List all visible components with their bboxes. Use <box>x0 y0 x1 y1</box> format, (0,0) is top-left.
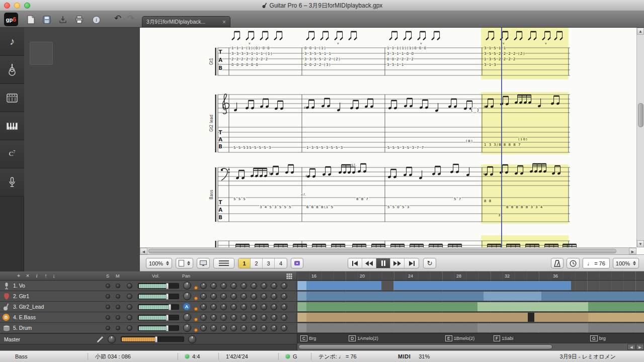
print-button[interactable] <box>72 14 86 26</box>
sidebar-item-amp-tool[interactable] <box>0 84 24 112</box>
view-preset-1[interactable]: 1 <box>238 258 251 268</box>
move-track-down-icon[interactable]: ↓ <box>50 273 57 279</box>
vertical-scrollbar[interactable]: ▲ ▼ <box>636 28 644 247</box>
metronome-button[interactable] <box>551 258 564 268</box>
volume-handle[interactable] <box>166 294 169 300</box>
effect-knob[interactable] <box>240 304 247 310</box>
effect-knob[interactable] <box>271 325 277 331</box>
section-marker-row[interactable]: CBrgD1Amelo(2)E1Bmelo(2)F1SabiGbrg <box>297 333 644 343</box>
page-thumbnail[interactable] <box>30 42 53 65</box>
effect-knob[interactable] <box>271 304 277 310</box>
scroll-right-arrow[interactable]: ▶ <box>629 248 636 254</box>
vertical-scroll-thumb[interactable] <box>638 103 643 127</box>
grid-view-icon[interactable] <box>286 274 293 279</box>
redo-button[interactable]: ↷ <box>125 13 137 24</box>
mute-button[interactable] <box>116 284 120 288</box>
effect-knob[interactable] <box>261 293 267 300</box>
solo-button[interactable] <box>106 284 110 288</box>
volume-handle[interactable] <box>166 325 169 331</box>
effect-knob[interactable] <box>210 293 217 300</box>
timeline-scroll-thumb[interactable] <box>298 344 552 349</box>
solo-button[interactable] <box>106 315 110 320</box>
effect-knob[interactable] <box>200 293 207 300</box>
effect-knob[interactable] <box>210 325 217 331</box>
timeline-block[interactable] <box>297 313 306 322</box>
effect-knob[interactable] <box>240 293 247 300</box>
rewind-button[interactable] <box>362 258 376 268</box>
sidebar-item-chord-tool[interactable]: C7 <box>0 140 24 168</box>
effect-knob[interactable] <box>261 304 267 310</box>
track-name[interactable]: 4. E.Bass <box>13 314 101 320</box>
document-tab[interactable]: 3月9日forMIDIplayback... × <box>142 16 230 27</box>
pan-knob[interactable] <box>183 282 191 290</box>
effect-knob[interactable] <box>230 314 237 321</box>
effect-knob[interactable] <box>281 293 287 300</box>
effect-knob[interactable] <box>200 283 207 289</box>
horizontal-scroll-thumb[interactable] <box>148 249 616 253</box>
go-to-start-button[interactable] <box>348 258 362 268</box>
new-file-button[interactable] <box>24 14 37 26</box>
effect-knob[interactable] <box>200 304 207 310</box>
volume-slider[interactable] <box>138 304 179 310</box>
record-led[interactable] <box>127 315 132 320</box>
volume-handle[interactable] <box>155 336 157 342</box>
timeline-block[interactable] <box>297 302 644 311</box>
timeline-block[interactable] <box>297 292 306 301</box>
horizontal-scrollbar[interactable]: ◀ ▶ <box>140 247 636 254</box>
volume-handle[interactable] <box>166 315 169 321</box>
master-row[interactable]: Master <box>0 333 297 344</box>
effect-knob[interactable] <box>240 314 247 321</box>
timeline-block[interactable] <box>477 302 588 311</box>
timeline-scrollbar[interactable]: ◀ ▶ <box>297 343 644 350</box>
effect-knob[interactable] <box>200 314 207 321</box>
solo-button[interactable] <box>106 294 110 299</box>
volume-slider[interactable] <box>138 325 179 331</box>
track-name[interactable]: 5. Drum <box>13 325 101 331</box>
effect-knob[interactable] <box>230 293 237 300</box>
mute-button[interactable] <box>116 326 120 330</box>
sidebar-item-microphone-tool[interactable] <box>0 168 24 197</box>
section-marker[interactable]: E1Bmelo(2) <box>445 335 474 341</box>
zoom-control[interactable]: 100% <box>146 258 172 268</box>
sidebar-item-guitar-tool[interactable] <box>0 56 24 84</box>
timeline-block[interactable] <box>306 281 381 290</box>
volume-handle[interactable] <box>169 304 171 310</box>
section-marker[interactable]: CBrg <box>300 335 316 341</box>
track-info-icon[interactable]: i <box>33 273 40 279</box>
effect-knob[interactable] <box>261 314 267 321</box>
track-row[interactable]: B 4. E.Bass <box>0 312 297 323</box>
mute-button[interactable] <box>116 294 120 299</box>
section-marker[interactable]: Gbrg <box>590 335 606 341</box>
view-preset-3[interactable]: 3 <box>263 258 275 268</box>
count-in-button[interactable] <box>567 258 580 268</box>
effect-knob[interactable] <box>230 304 237 310</box>
scroll-up-arrow[interactable]: ▲ <box>637 28 644 35</box>
effect-knob[interactable] <box>240 325 247 331</box>
automation-badge[interactable]: A <box>183 303 190 310</box>
effect-knob[interactable] <box>271 314 277 321</box>
timeline-block[interactable] <box>297 292 644 301</box>
effect-knob[interactable] <box>251 325 257 331</box>
stepper-icon[interactable] <box>166 261 169 265</box>
record-led[interactable] <box>127 304 132 310</box>
scroll-down-arrow[interactable]: ▼ <box>637 240 644 247</box>
timeline-block[interactable] <box>588 313 644 322</box>
effect-knob[interactable] <box>251 304 257 310</box>
pan-knob[interactable] <box>183 292 191 300</box>
effect-knob[interactable] <box>210 314 217 321</box>
effect-knob[interactable] <box>240 283 247 289</box>
add-track-icon[interactable]: + <box>15 273 22 279</box>
effect-knob[interactable] <box>271 283 277 289</box>
effect-knob[interactable] <box>230 325 237 331</box>
timeline-block[interactable] <box>393 281 571 290</box>
remove-track-icon[interactable]: × <box>24 273 31 279</box>
master-pan-knob[interactable] <box>188 335 196 343</box>
multitrack-view-button[interactable] <box>213 258 234 268</box>
mute-button[interactable] <box>116 305 120 309</box>
effect-knob[interactable] <box>200 325 207 331</box>
record-led[interactable] <box>127 294 132 299</box>
timeline-ruler[interactable]: 162024283236 <box>297 272 644 281</box>
track-name[interactable]: 2. Gtr1 <box>13 293 101 299</box>
timeline-lanes[interactable] <box>297 281 644 333</box>
master-knob[interactable] <box>108 335 116 343</box>
